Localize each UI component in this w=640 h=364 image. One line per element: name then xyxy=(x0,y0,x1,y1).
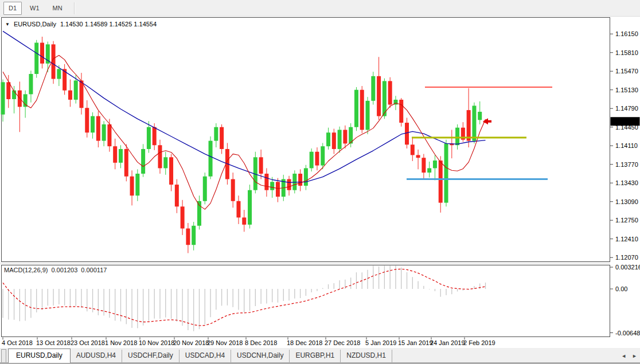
toolbar-separator xyxy=(74,2,75,14)
candle xyxy=(287,179,291,190)
candle xyxy=(371,76,375,101)
current-price-label: 1.14554 xyxy=(612,118,635,125)
candle xyxy=(158,145,162,168)
price-axis-label: 1.12410 xyxy=(615,236,638,242)
macd-label: MACD(12,26,9) xyxy=(4,267,48,273)
timeframe-toolbar: D1 W1 MN xyxy=(0,0,640,17)
date-axis-label: 10 Nov 2018 xyxy=(139,339,174,346)
candle xyxy=(411,144,415,155)
candle xyxy=(163,157,167,168)
macd-axis-label: -0.006485 xyxy=(615,330,640,336)
candle xyxy=(366,101,370,130)
tab-nzdusd-h1[interactable]: NZDUSD,H1 xyxy=(341,350,392,362)
tab-audusd-h4[interactable]: AUDUSD,H4 xyxy=(71,350,122,362)
price-axis-label: 1.15130 xyxy=(615,87,638,93)
candle xyxy=(85,108,89,132)
candle xyxy=(416,155,420,158)
candle xyxy=(197,201,201,226)
candle xyxy=(455,128,459,146)
tabbar-left-strip[interactable] xyxy=(1,349,6,362)
candle xyxy=(478,112,482,120)
candle xyxy=(467,110,471,141)
candle xyxy=(153,127,157,146)
candle xyxy=(169,157,173,185)
macd-axis-label: 0.003216 xyxy=(615,264,640,271)
tab-scroll-right-icon[interactable]: ► xyxy=(632,353,637,359)
date-axis-label: 4 Oct 2018 xyxy=(2,339,33,346)
tab-eurusd-daily[interactable]: EURUSD,Daily xyxy=(8,349,71,363)
price-axis-label: 1.14110 xyxy=(615,142,638,149)
candle xyxy=(354,90,358,127)
candle xyxy=(472,105,476,140)
candle xyxy=(220,127,224,149)
panel-splitter[interactable] xyxy=(0,263,610,265)
macd-signal-value: 0.000117 xyxy=(81,267,107,273)
price-axis-label: 1.15810 xyxy=(615,49,638,56)
candle xyxy=(377,76,381,116)
timeframe-button-d1[interactable]: D1 xyxy=(3,2,22,15)
candle xyxy=(130,177,134,195)
candle xyxy=(422,158,426,173)
timeframe-button-w1[interactable]: W1 xyxy=(25,2,45,15)
date-axis-label: 2 Feb 2019 xyxy=(463,339,495,346)
candle xyxy=(119,149,123,163)
candle xyxy=(276,182,280,197)
candle xyxy=(203,177,207,201)
price-axis-label: 1.14790 xyxy=(615,105,638,112)
candle xyxy=(343,130,347,144)
candle xyxy=(439,161,443,203)
chart-title: ▼ EURUSD,Daily 1.14530 1.14589 1.14525 1… xyxy=(5,21,157,28)
candle xyxy=(6,82,10,99)
price-axis-label: 1.13430 xyxy=(615,179,638,186)
date-axis-label: 1 Nov 2018 xyxy=(105,339,137,346)
tab-eurgbp-h1[interactable]: EURGBP,H1 xyxy=(290,350,341,362)
candle xyxy=(29,74,33,94)
candle xyxy=(259,157,263,174)
tab-usdchf-daily[interactable]: USDCHF,Daily xyxy=(122,350,179,362)
date-axis-label: 8 Dec 2018 xyxy=(245,339,277,346)
chart-ohlc-values: 1.14530 1.14589 1.14525 1.14554 xyxy=(60,21,157,28)
candle xyxy=(209,141,213,177)
candle xyxy=(181,206,185,228)
date-axis-label: 5 Jan 2019 xyxy=(365,339,396,346)
candle xyxy=(214,127,218,141)
candle xyxy=(57,69,61,79)
price-axis-label: 1.12750 xyxy=(615,217,638,224)
candle xyxy=(79,80,83,108)
candle xyxy=(360,90,364,130)
mt4-window: { "toolbar": { "buttons": [ {"label": "D… xyxy=(0,0,640,364)
tab-scroll-left-icon[interactable]: ◄ xyxy=(621,353,626,359)
candle xyxy=(405,123,409,144)
main-chart-panel xyxy=(2,18,610,262)
symbol-dropdown-icon[interactable]: ▼ xyxy=(5,22,10,27)
candle xyxy=(186,229,190,245)
timeframe-button-mn[interactable]: MN xyxy=(48,2,68,15)
candle xyxy=(433,161,437,168)
candle xyxy=(147,127,151,149)
date-axis-label: 23 Oct 2018 xyxy=(71,339,105,346)
date-axis-label: 27 Dec 2018 xyxy=(325,339,360,346)
candle xyxy=(1,82,5,114)
candle xyxy=(399,100,403,123)
price-axis-label: 1.16150 xyxy=(615,30,638,37)
candle xyxy=(96,116,100,141)
candle xyxy=(68,91,72,100)
price-axis-label: 1.15470 xyxy=(615,68,638,75)
candle xyxy=(242,217,246,224)
candle xyxy=(102,124,106,141)
candle xyxy=(338,130,342,149)
candle xyxy=(427,168,431,173)
candle xyxy=(40,43,44,64)
candle xyxy=(264,174,268,190)
candle xyxy=(388,81,392,104)
chart-canvas[interactable]: 1.161501.158101.154701.151301.147901.144… xyxy=(0,17,640,348)
candle xyxy=(74,80,78,99)
tab-usdcnh-daily[interactable]: USDCNH,Daily xyxy=(231,350,290,362)
candle xyxy=(135,174,139,195)
candle xyxy=(310,152,314,169)
candle xyxy=(248,190,252,225)
macd-value: 0.001203 xyxy=(51,267,77,273)
candle xyxy=(113,146,117,163)
tab-usdcad-h4[interactable]: USDCAD,H4 xyxy=(179,350,231,362)
candle xyxy=(315,152,319,166)
